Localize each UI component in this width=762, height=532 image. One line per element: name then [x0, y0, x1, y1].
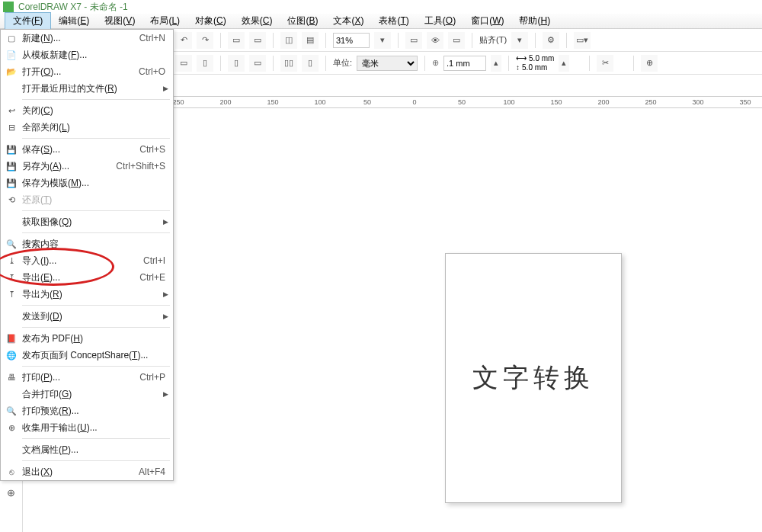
- file-menu-item[interactable]: 📂打开(O)...Ctrl+O: [1, 63, 173, 80]
- ruler-tick: 100: [503, 98, 514, 106]
- file-menu-item[interactable]: 🖶打印(P)...Ctrl+P: [1, 369, 173, 386]
- horizontal-ruler: 25020015010050050100150200250300350: [174, 96, 762, 108]
- menu-item-label: 还原(T): [22, 194, 165, 207]
- target-button[interactable]: ⊕: [641, 55, 658, 72]
- units-select[interactable]: 毫米: [357, 56, 418, 71]
- file-menu-item[interactable]: 🔍打印预览(R)...: [1, 402, 173, 419]
- menu-v[interactable]: 视图(V): [97, 13, 142, 29]
- menu-l[interactable]: 布局(L): [142, 13, 187, 29]
- file-menu-item[interactable]: 📄从模板新建(F)...: [1, 46, 173, 63]
- menu-w[interactable]: 窗口(W): [463, 13, 511, 29]
- file-menu-item[interactable]: 获取图像(Q)▶: [1, 213, 173, 230]
- new-icon: ▢: [5, 32, 18, 44]
- file-menu-item[interactable]: 合并打印(G)▶: [1, 386, 173, 402]
- file-menu-item[interactable]: ⤓导入(I)...Ctrl+I: [1, 252, 173, 269]
- launch-button[interactable]: ▭▾: [574, 32, 591, 49]
- menu-x[interactable]: 文本(X): [325, 13, 371, 29]
- ruler-tick: 150: [550, 98, 562, 106]
- menu-b[interactable]: 位图(B): [280, 13, 325, 29]
- single-page-button[interactable]: ▯: [302, 55, 319, 72]
- file-menu-item[interactable]: ⤒导出(E)...Ctrl+E: [1, 269, 173, 286]
- menu-c[interactable]: 效果(C): [234, 13, 280, 29]
- blank-icon: [5, 444, 18, 456]
- pages-button[interactable]: ▯▯: [280, 55, 297, 72]
- tb2-btn2[interactable]: ▯: [197, 55, 213, 72]
- tb2-btn1[interactable]: ▭: [175, 55, 192, 72]
- title-bar: CorelDRAW X7 - 未命名 -1: [0, 0, 762, 14]
- nudge-spin[interactable]: ▴: [491, 55, 501, 72]
- menu-item-shortcut: Ctrl+N: [139, 33, 165, 43]
- blank-icon: [5, 388, 18, 400]
- snap-dropdown[interactable]: ▾: [511, 32, 528, 49]
- crop-button[interactable]: ✂: [597, 55, 613, 72]
- ruler-tick: 200: [597, 98, 609, 106]
- nudge-input[interactable]: [443, 56, 486, 71]
- menu-h[interactable]: 帮助(H): [511, 13, 558, 29]
- show-button[interactable]: ▤: [302, 32, 319, 49]
- snap-label[interactable]: 贴齐(T): [479, 34, 507, 46]
- page2-button[interactable]: ▭: [249, 32, 266, 49]
- document-page[interactable]: 文字转换: [445, 253, 622, 503]
- ruler-tick: 50: [363, 98, 371, 106]
- file-menu-item[interactable]: 🌐发布页面到 ConceptShare(T)...: [1, 347, 173, 364]
- page-text-content[interactable]: 文字转换: [472, 361, 594, 396]
- undo-button[interactable]: ↶: [175, 32, 192, 49]
- blank-icon: [5, 82, 18, 95]
- pdf-icon: 📕: [5, 332, 18, 345]
- app-icon: [3, 2, 14, 12]
- menu-item-label: 从模板新建(F)...: [22, 49, 165, 62]
- portrait-button[interactable]: ▯: [228, 55, 245, 72]
- file-menu-item[interactable]: 发送到(D)▶: [1, 308, 173, 325]
- ruler-button[interactable]: ▭: [448, 32, 465, 49]
- landscape-button[interactable]: ▭: [249, 55, 266, 72]
- menu-item-label: 打开(O)...: [22, 66, 139, 79]
- eye-button[interactable]: 👁: [427, 32, 443, 49]
- file-menu-item[interactable]: 💾保存为模版(M)...: [1, 175, 173, 191]
- options-button[interactable]: ⚙: [543, 32, 559, 49]
- exit-icon: ⎋: [5, 466, 18, 478]
- file-menu-item[interactable]: 💾另存为(A)...Ctrl+Shift+S: [1, 158, 173, 175]
- file-menu-item[interactable]: ⊟全部关闭(L): [1, 119, 173, 136]
- page-border-button[interactable]: ▭: [405, 32, 422, 49]
- save-icon: 💾: [5, 143, 18, 155]
- units-label: 单位:: [333, 57, 352, 69]
- submenu-arrow-icon: ▶: [163, 218, 168, 226]
- menu-t[interactable]: 表格(T): [371, 13, 416, 29]
- file-menu-item[interactable]: 📕发布为 PDF(H): [1, 330, 173, 347]
- file-menu-item[interactable]: ▢新建(N)...Ctrl+N: [1, 30, 173, 46]
- file-menu-item[interactable]: 文档属性(P)...: [1, 441, 173, 458]
- file-menu-item[interactable]: ⤒导出为(R)▶: [1, 286, 173, 303]
- tool-add[interactable]: ⊕: [3, 484, 20, 501]
- menu-item-label: 发布为 PDF(H): [22, 332, 165, 345]
- menu-e[interactable]: 编辑(E): [51, 13, 97, 29]
- revert-icon: ⟲: [5, 194, 18, 206]
- collect-icon: ⊕: [5, 421, 18, 434]
- file-menu-item[interactable]: 打开最近用过的文件(R)▶: [1, 80, 173, 97]
- menu-c[interactable]: 对象(C): [187, 13, 234, 29]
- menu-item-label: 保存为模版(M)...: [22, 177, 165, 190]
- zoom-input[interactable]: [333, 33, 370, 48]
- nudge-icon: ⊕: [432, 58, 439, 68]
- menu-item-label: 导入(I)...: [22, 255, 143, 268]
- ruler-tick: 0: [412, 98, 416, 106]
- menu-o[interactable]: 工具(O): [417, 13, 463, 29]
- search-icon: 🔍: [5, 238, 18, 250]
- menu-item-label: 全部关闭(L): [22, 121, 165, 134]
- dim-spin[interactable]: ▴: [559, 55, 569, 72]
- menu-f[interactable]: 文件(F): [5, 12, 51, 30]
- file-menu-item[interactable]: 💾保存(S)...Ctrl+S: [1, 141, 173, 158]
- file-menu-item[interactable]: ⊕收集用于输出(U)...: [1, 419, 173, 436]
- exportas-icon: ⤒: [5, 288, 18, 300]
- export-icon: ⤒: [5, 271, 18, 284]
- file-menu-item[interactable]: ↩关闭(C): [1, 102, 173, 119]
- file-menu-item[interactable]: ⎋退出(X)Alt+F4: [1, 463, 173, 480]
- redo-button[interactable]: ↷: [197, 32, 213, 49]
- zoom-dropdown[interactable]: ▾: [374, 32, 391, 49]
- menu-item-label: 收集用于输出(U)...: [22, 421, 165, 434]
- page-button[interactable]: ▭: [228, 32, 245, 49]
- picker-button[interactable]: ◫: [280, 32, 297, 49]
- file-menu-dropdown: ▢新建(N)...Ctrl+N📄从模板新建(F)...📂打开(O)...Ctrl…: [0, 29, 174, 481]
- file-menu-item: ⟲还原(T): [1, 191, 173, 208]
- file-menu-item[interactable]: 🔍搜索内容: [1, 236, 173, 252]
- menu-item-label: 搜索内容: [22, 238, 165, 251]
